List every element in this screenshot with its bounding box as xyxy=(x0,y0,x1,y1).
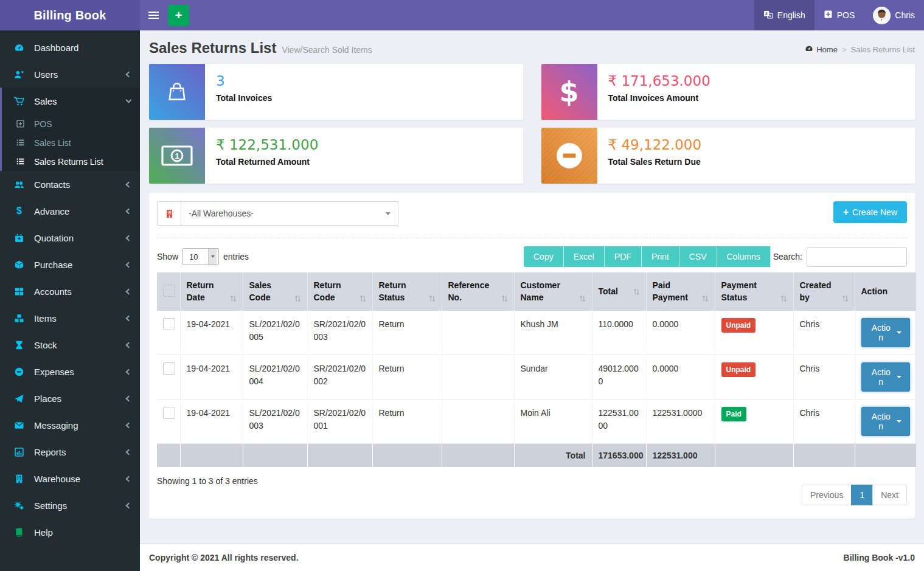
sidebar-label: Sales Returns List xyxy=(34,157,103,167)
cube-icon xyxy=(13,260,25,270)
plus-square-icon xyxy=(15,119,26,128)
sidebar-item-sales[interactable]: Sales xyxy=(2,88,140,114)
create-new-button[interactable]: + Create New xyxy=(833,201,907,223)
list-icon xyxy=(15,138,26,147)
sidebar-item-contacts[interactable]: Contacts xyxy=(0,171,140,198)
breadcrumb-home[interactable]: Home xyxy=(805,44,838,55)
avatar xyxy=(873,7,891,24)
paper-plane-icon xyxy=(13,393,25,404)
copy-button[interactable]: Copy xyxy=(524,246,564,267)
th-customer-name[interactable]: Customer Name xyxy=(514,272,592,311)
sidebar-item-accounts[interactable]: Accounts xyxy=(0,278,140,305)
th-created-by[interactable]: Created by xyxy=(793,272,855,311)
language-icon: Aa xyxy=(763,10,773,21)
row-checkbox[interactable] xyxy=(163,318,175,330)
sidebar-item-help[interactable]: Help xyxy=(0,519,140,545)
pos-shortcut[interactable]: POS xyxy=(815,0,864,30)
select-all-checkbox[interactable] xyxy=(163,285,175,297)
pagination: Previous 1 Next xyxy=(802,485,907,505)
caret-down-icon xyxy=(897,331,901,334)
sidebar-item-advance[interactable]: $ Advance xyxy=(0,198,140,224)
sidebar-item-expenses[interactable]: Expenses xyxy=(0,358,140,385)
th-return-date[interactable]: Return Date xyxy=(180,272,243,311)
minus-circle-icon xyxy=(13,367,25,377)
pdf-button[interactable]: PDF xyxy=(605,246,642,267)
cell-paid-payment: 0.0000 xyxy=(646,355,715,399)
columns-button[interactable]: Columns xyxy=(717,246,771,267)
action-button[interactable]: Action xyxy=(861,318,911,347)
sidebar-label: Expenses xyxy=(34,367,74,377)
th-sales-code[interactable]: Sales Code xyxy=(243,272,307,311)
chevron-left-icon xyxy=(126,395,132,401)
column-label: Created by xyxy=(800,279,839,304)
sidebar-item-warehouse[interactable]: Warehouse xyxy=(0,465,140,492)
next-page-button[interactable]: Next xyxy=(872,485,907,505)
th-return-status[interactable]: Return Status xyxy=(372,272,442,311)
print-button[interactable]: Print xyxy=(642,246,679,267)
search-label: Search: xyxy=(773,252,802,261)
th-paid-payment[interactable]: Paid Payment xyxy=(646,272,715,311)
cell-total: 122531.0000 xyxy=(592,399,646,443)
row-checkbox[interactable] xyxy=(163,407,175,419)
cell-created-by: Chris xyxy=(793,311,855,355)
sidebar-label: Contacts xyxy=(34,179,70,190)
action-label: Action xyxy=(870,367,893,387)
cell-created-by: Chris xyxy=(793,355,855,399)
grid-icon xyxy=(13,286,25,297)
menu-toggle-icon[interactable] xyxy=(140,0,168,30)
warehouse-filter-icon xyxy=(157,201,181,226)
breadcrumb-home-label: Home xyxy=(816,45,838,54)
action-button[interactable]: Action xyxy=(861,407,911,436)
sidebar-item-purchase[interactable]: Purchase xyxy=(0,251,140,278)
sidebar-item-reports[interactable]: Reports xyxy=(0,438,140,465)
search-input[interactable] xyxy=(807,247,907,267)
quick-add-button[interactable]: + xyxy=(168,5,189,26)
th-select-all[interactable] xyxy=(157,272,180,311)
user-menu[interactable]: Chris xyxy=(864,0,924,30)
sidebar-label: Sales xyxy=(34,96,57,106)
row-checkbox[interactable] xyxy=(163,362,175,375)
sidebar-label: Places xyxy=(34,393,61,404)
breadcrumb-current: Sales Returns List xyxy=(851,45,915,54)
language-menu[interactable]: Aa English xyxy=(754,0,815,30)
page-1-button[interactable]: 1 xyxy=(851,485,873,505)
page-size-select[interactable]: 10 xyxy=(182,248,219,265)
cell-customer-name: Khush JM xyxy=(514,311,592,355)
sidebar-item-sales-returns-list[interactable]: Sales Returns List xyxy=(2,152,140,171)
sort-icon xyxy=(780,294,787,303)
building-icon xyxy=(13,474,25,484)
sidebar-label: Quotation xyxy=(34,233,74,243)
th-total[interactable]: Total xyxy=(592,272,646,311)
csv-button[interactable]: CSV xyxy=(679,246,717,267)
table-row: 19-04-2021 SL/2021/02/0005 SR/2021/02/00… xyxy=(157,311,916,355)
pos-icon xyxy=(824,10,833,21)
sort-icon xyxy=(360,294,366,303)
th-payment-status[interactable]: Payment Status xyxy=(715,272,793,311)
sidebar-item-stock[interactable]: Stock xyxy=(0,331,140,358)
chevron-left-icon xyxy=(126,502,132,508)
sidebar-item-sales-list[interactable]: Sales List xyxy=(2,133,140,152)
th-return-code[interactable]: Return Code xyxy=(307,272,372,311)
caret-down-icon xyxy=(897,376,901,378)
chevron-left-icon xyxy=(126,315,132,321)
previous-page-button[interactable]: Previous xyxy=(802,485,852,505)
sidebar-item-messaging[interactable]: Messaging xyxy=(0,412,140,438)
sidebar-label: Advance xyxy=(34,206,69,216)
chevron-left-icon xyxy=(126,422,132,428)
sidebar-item-settings[interactable]: Settings xyxy=(0,492,140,519)
warehouse-select-wrap: -All Warehouses- xyxy=(181,201,398,226)
sidebar-item-pos[interactable]: POS xyxy=(2,114,140,133)
warehouse-select[interactable]: -All Warehouses- xyxy=(181,201,398,226)
excel-button[interactable]: Excel xyxy=(564,246,605,267)
plus-icon: + xyxy=(843,207,849,217)
th-reference-no[interactable]: Reference No. xyxy=(442,272,514,311)
sidebar-item-quotation[interactable]: Quotation xyxy=(0,224,140,251)
sidebar-item-dashboard[interactable]: Dashboard xyxy=(0,34,140,61)
cell-customer-name: Sundar xyxy=(514,355,592,399)
sidebar-item-items[interactable]: Items xyxy=(0,305,140,331)
app-brand[interactable]: Billing Book xyxy=(0,0,140,30)
hourglass-icon xyxy=(13,340,25,350)
action-button[interactable]: Action xyxy=(861,362,911,392)
sidebar-item-users[interactable]: Users xyxy=(0,61,140,88)
sidebar-item-places[interactable]: Places xyxy=(0,385,140,412)
